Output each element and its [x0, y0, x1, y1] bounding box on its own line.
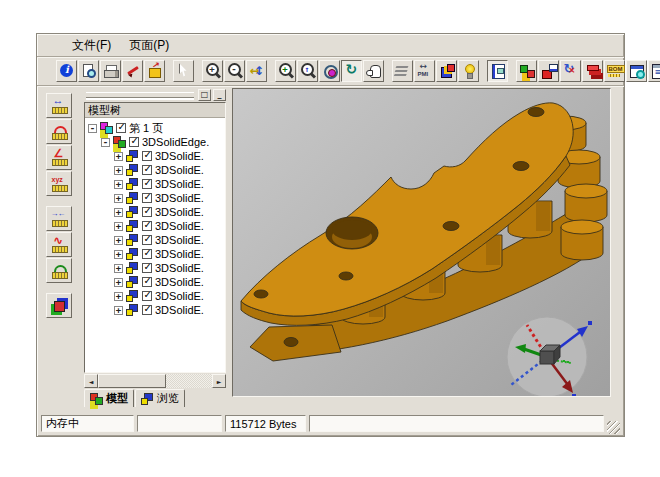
- sections-button[interactable]: [582, 60, 603, 82]
- tree-expander[interactable]: +: [114, 152, 123, 161]
- tree-checkbox[interactable]: [142, 193, 152, 203]
- tree-node-label: 3DSolidE.: [155, 178, 204, 190]
- publish-button[interactable]: [144, 60, 165, 82]
- measure-volume-button[interactable]: [46, 293, 72, 318]
- scroll-left-arrow-icon[interactable]: ◄: [84, 374, 98, 388]
- tree-checkbox[interactable]: [116, 123, 126, 133]
- assembly-tree-button[interactable]: [516, 60, 537, 82]
- tree-node[interactable]: + 3DSolidE.: [85, 303, 225, 317]
- tree-expander[interactable]: +: [114, 250, 123, 259]
- notebook-button[interactable]: [487, 60, 508, 82]
- lighting-button[interactable]: [458, 60, 479, 82]
- rotate-button[interactable]: [319, 60, 340, 82]
- tree-node[interactable]: + 3DSolidE.: [85, 205, 225, 219]
- tree-checkbox[interactable]: [142, 221, 152, 231]
- tree-node[interactable]: - 3DSolidEdge.: [85, 135, 225, 149]
- pane-grip[interactable]: □ _: [84, 88, 226, 101]
- tree-checkbox[interactable]: [142, 207, 152, 217]
- tree-checkbox[interactable]: [142, 165, 152, 175]
- tree-expander[interactable]: -: [101, 138, 110, 147]
- bom-button[interactable]: [604, 60, 625, 82]
- measure-coordinate-button[interactable]: [46, 171, 72, 196]
- tab-browse[interactable]: 浏览: [135, 389, 185, 407]
- tree-hscrollbar[interactable]: ◄ ►: [84, 374, 226, 388]
- tree-expander[interactable]: +: [114, 306, 123, 315]
- tree-expander[interactable]: +: [114, 180, 123, 189]
- tree-node[interactable]: + 3DSolidE.: [85, 177, 225, 191]
- tree-expander[interactable]: +: [114, 194, 123, 203]
- orientation-cube: [540, 345, 560, 364]
- tree-node[interactable]: + 3DSolidE.: [85, 275, 225, 289]
- tree-node[interactable]: + 3DSolidE.: [85, 191, 225, 205]
- zoom-in-button[interactable]: [202, 60, 223, 82]
- measure-curve-button[interactable]: [46, 119, 72, 144]
- measure-horizontal-button[interactable]: [46, 93, 72, 118]
- message-status-cell: [309, 415, 604, 432]
- resize-grip[interactable]: [607, 421, 620, 434]
- orientation-indicator: [507, 317, 592, 397]
- tree-checkbox[interactable]: [142, 235, 152, 245]
- pmi-button[interactable]: [414, 60, 435, 82]
- dynamic-zoom-button[interactable]: [297, 60, 318, 82]
- pan-button[interactable]: [363, 60, 384, 82]
- measure-angle-button[interactable]: [46, 145, 72, 170]
- float-pane-button[interactable]: □: [198, 89, 211, 101]
- tree-node[interactable]: + 3DSolidE.: [85, 163, 225, 177]
- tree-node[interactable]: + 3DSolidE.: [85, 261, 225, 275]
- structure-tree-button[interactable]: [648, 60, 660, 82]
- views-button[interactable]: [436, 60, 457, 82]
- select-button[interactable]: [173, 60, 194, 82]
- tree-expander[interactable]: +: [114, 278, 123, 287]
- zoom-out-button[interactable]: [224, 60, 245, 82]
- tree-checkbox[interactable]: [142, 305, 152, 315]
- print-button[interactable]: [100, 60, 121, 82]
- view-cube-icon: [439, 63, 455, 79]
- hide-pane-button[interactable]: _: [213, 89, 226, 101]
- markup-pen-button[interactable]: [122, 60, 143, 82]
- tree-expander[interactable]: +: [114, 208, 123, 217]
- tree-checkbox[interactable]: [142, 179, 152, 189]
- viewport-3d[interactable]: [232, 88, 611, 397]
- move-part-button[interactable]: [538, 60, 559, 82]
- measure-toolbar: [37, 86, 81, 409]
- bom-table-button[interactable]: [626, 60, 647, 82]
- menu-file[interactable]: 文件(F): [63, 34, 120, 57]
- tree-expander[interactable]: +: [114, 166, 123, 175]
- model-canvas[interactable]: [233, 89, 611, 397]
- solid-box-icon: [51, 298, 68, 314]
- tree-node-label: 3DSolidE.: [155, 290, 204, 302]
- print-preview-button[interactable]: [78, 60, 99, 82]
- tree-checkbox[interactable]: [142, 291, 152, 301]
- fit-window-button[interactable]: [246, 60, 267, 82]
- tree-node[interactable]: + 3DSolidE.: [85, 149, 225, 163]
- tree-node[interactable]: + 3DSolidE.: [85, 247, 225, 261]
- measure-distance-button[interactable]: [46, 206, 72, 231]
- tree-expander[interactable]: -: [88, 124, 97, 133]
- tree-checkbox[interactable]: [142, 263, 152, 273]
- tree-node[interactable]: + 3DSolidE.: [85, 289, 225, 303]
- tree-node[interactable]: - 第 1 页: [85, 121, 225, 135]
- scroll-right-arrow-icon[interactable]: ►: [212, 374, 226, 388]
- info-button[interactable]: [56, 60, 77, 82]
- tree-title: 模型树: [85, 103, 225, 118]
- tree-expander[interactable]: +: [114, 236, 123, 245]
- print-preview-icon: [81, 63, 97, 79]
- explode-button[interactable]: [560, 60, 581, 82]
- scrollbar-thumb[interactable]: [98, 374, 166, 388]
- tree-node[interactable]: + 3DSolidE.: [85, 219, 225, 233]
- tree-node[interactable]: + 3DSolidE.: [85, 233, 225, 247]
- tree-checkbox[interactable]: [142, 277, 152, 287]
- tree-checkbox[interactable]: [142, 249, 152, 259]
- spin-button[interactable]: [341, 60, 362, 82]
- tree-expander[interactable]: +: [114, 292, 123, 301]
- tab-model[interactable]: 模型: [84, 389, 134, 407]
- tree-checkbox[interactable]: [142, 151, 152, 161]
- measure-polyline-button[interactable]: [46, 232, 72, 257]
- tree-checkbox[interactable]: [129, 137, 139, 147]
- measure-arc-button[interactable]: [46, 258, 72, 283]
- layers-button[interactable]: [392, 60, 413, 82]
- zoom-window-button[interactable]: [275, 60, 296, 82]
- menu-page[interactable]: 页面(P): [120, 34, 178, 57]
- tree-expander[interactable]: +: [114, 264, 123, 273]
- tree-expander[interactable]: +: [114, 222, 123, 231]
